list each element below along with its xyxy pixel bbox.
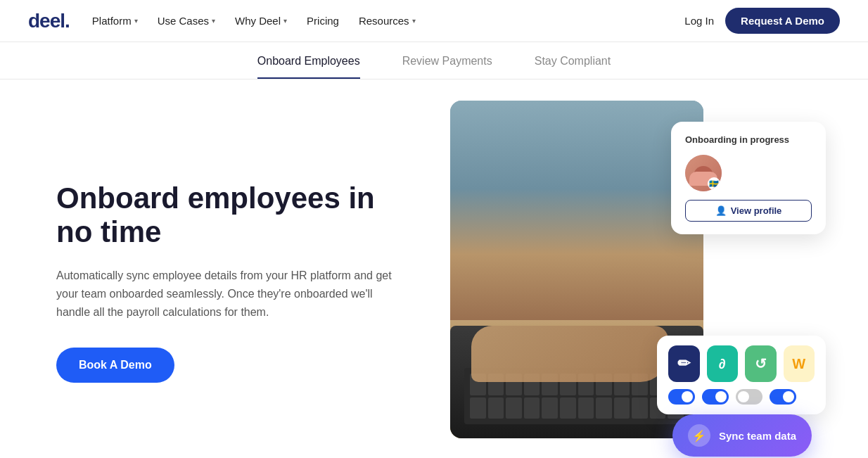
tab-onboard-employees[interactable]: Onboard Employees: [257, 55, 360, 79]
sync-card[interactable]: ⚡ Sync team data: [672, 414, 812, 457]
request-demo-button[interactable]: Request A Demo: [725, 8, 840, 34]
integration-icon-4[interactable]: W: [784, 345, 815, 382]
chevron-down-icon: ▾: [412, 17, 416, 25]
nav-item-pricing[interactable]: Pricing: [307, 15, 339, 27]
user-icon: 👤: [715, 205, 727, 216]
logo[interactable]: deel.: [28, 10, 70, 32]
left-panel: Onboard employees in no time Automatical…: [56, 182, 408, 383]
main-content: Onboard employees in no time Automatical…: [0, 79, 868, 457]
integration-icons-row: ✏ ∂ ↺ W: [668, 345, 815, 382]
flag-icon: 🇸🇪: [708, 177, 720, 190]
integration-icon-1[interactable]: ✏: [668, 345, 700, 382]
onboarding-card: Onboarding in progress 🇸🇪 👤 View profile: [671, 122, 826, 234]
hero-description: Automatically sync employee details from…: [56, 267, 394, 322]
onboarding-card-title: Onboarding in progress: [685, 134, 812, 145]
integration-icon-2[interactable]: ∂: [707, 345, 739, 382]
nav-item-why-deel[interactable]: Why Deel ▾: [235, 15, 287, 27]
chevron-down-icon: ▾: [212, 17, 215, 25]
nav-menu: Platform ▾ Use Cases ▾ Why Deel ▾ Pricin…: [92, 15, 416, 27]
toggle-3[interactable]: [736, 389, 762, 405]
login-button[interactable]: Log In: [684, 15, 714, 27]
chevron-down-icon: ▾: [283, 17, 287, 25]
tabs-section: Onboard Employees Review Payments Stay C…: [0, 42, 868, 79]
nav-item-use-cases[interactable]: Use Cases ▾: [158, 15, 215, 27]
toggle-1[interactable]: [668, 389, 695, 405]
sync-icon: ⚡: [688, 424, 710, 447]
integrations-card: ✏ ∂ ↺ W: [657, 336, 826, 414]
book-demo-button[interactable]: Book A Demo: [56, 348, 174, 383]
right-panel: Onboarding in progress 🇸🇪 👤 View profile…: [450, 108, 812, 457]
toggle-4[interactable]: [770, 389, 796, 405]
toggle-row: [668, 389, 815, 405]
view-profile-button[interactable]: 👤 View profile: [685, 200, 812, 222]
integration-icon-3[interactable]: ↺: [745, 345, 777, 382]
sync-label: Sync team data: [719, 430, 796, 442]
toggle-2[interactable]: [702, 389, 729, 405]
tab-review-payments[interactable]: Review Payments: [402, 55, 492, 79]
navbar: deel. Platform ▾ Use Cases ▾ Why Deel ▾ …: [0, 0, 868, 42]
hero-title: Onboard employees in no time: [56, 182, 408, 250]
nav-item-resources[interactable]: Resources ▾: [359, 15, 416, 27]
chevron-down-icon: ▾: [134, 17, 138, 25]
avatar: 🇸🇪: [685, 155, 722, 191]
nav-right: Log In Request A Demo: [684, 8, 840, 34]
nav-left: deel. Platform ▾ Use Cases ▾ Why Deel ▾ …: [28, 10, 416, 32]
nav-item-platform[interactable]: Platform ▾: [92, 15, 138, 27]
tab-stay-compliant[interactable]: Stay Compliant: [535, 55, 611, 79]
avatar-row: 🇸🇪: [685, 155, 812, 191]
